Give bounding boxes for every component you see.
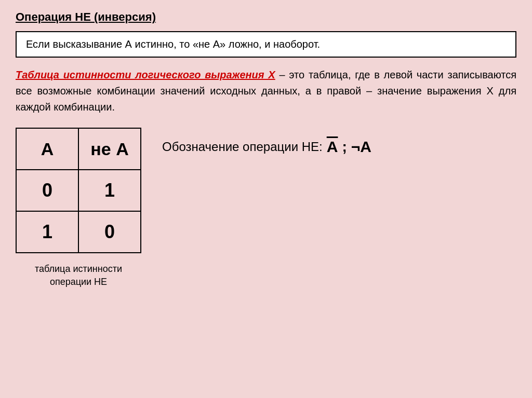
notation-area: Обозначение операции НЕ: А ; ¬А xyxy=(162,128,371,156)
table-row: 0 1 xyxy=(16,170,141,211)
notation-label: Обозначение операции НЕ: xyxy=(162,140,323,154)
col-header-not-a: не А xyxy=(78,128,141,170)
table-header-row: А не А xyxy=(16,128,141,170)
description-paragraph: Таблица истинности логического выражения… xyxy=(16,67,516,115)
truth-table: А не А 0 1 1 0 xyxy=(16,128,141,253)
table-caption-line2: операции НЕ xyxy=(35,276,122,289)
page-title: Операция НЕ (инверсия) xyxy=(16,10,516,24)
table-caption: таблица истинности операции НЕ xyxy=(35,263,122,289)
cell-nota-0: 1 xyxy=(78,170,141,211)
info-box: Если высказывание А истинно, то «не А» л… xyxy=(16,31,516,58)
col-header-a: А xyxy=(16,128,78,170)
description-highlight: Таблица истинности логического выражения… xyxy=(16,69,275,80)
table-row: 1 0 xyxy=(16,211,141,253)
cell-nota-1: 0 xyxy=(78,211,141,253)
content-area: А не А 0 1 1 0 таблица истинности операц… xyxy=(16,128,516,289)
table-caption-line1: таблица истинности xyxy=(35,263,122,276)
overline-a: А xyxy=(327,138,338,156)
cell-a-0: 0 xyxy=(16,170,78,211)
truth-table-section: А не А 0 1 1 0 таблица истинности операц… xyxy=(16,128,141,289)
notation-text: Обозначение операции НЕ: А ; ¬А xyxy=(162,138,371,156)
cell-a-1: 1 xyxy=(16,211,78,253)
notation-semicolon: ; xyxy=(342,139,347,155)
neg-a: ¬А xyxy=(351,138,371,156)
